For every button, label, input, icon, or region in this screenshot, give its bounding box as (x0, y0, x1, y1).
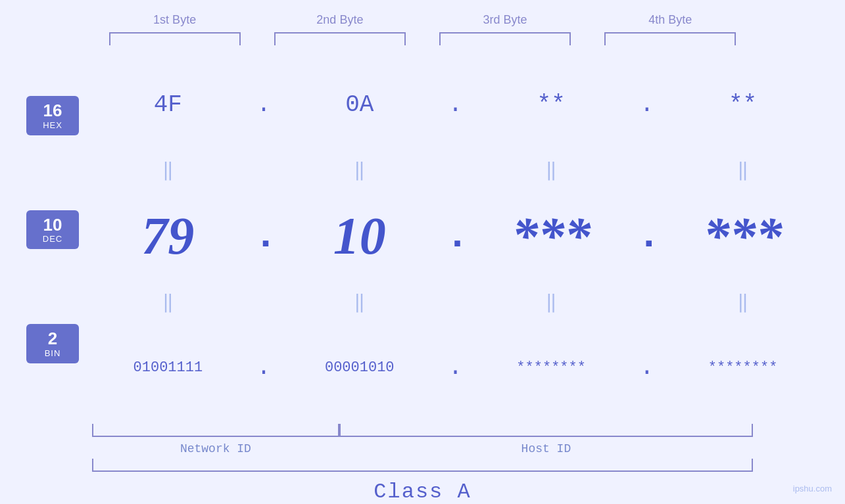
eq2-b2: ‖ (294, 291, 425, 313)
bin-number: 2 (34, 329, 71, 348)
hex-b3: ** (485, 91, 617, 118)
class-full-bracket (92, 459, 753, 472)
class-label-row: Class A (92, 480, 753, 504)
hex-label: HEX (34, 120, 71, 130)
bracket-network-id (92, 424, 339, 437)
dec-b4: *** (677, 206, 809, 266)
bin-dot2: . (445, 354, 465, 381)
equals-row-1: ‖ ‖ ‖ ‖ (92, 157, 819, 183)
eq1-b1: ‖ (102, 159, 233, 181)
content-area: 16 HEX 10 DEC 2 BIN 4F . 0A (0, 52, 845, 421)
equals-row-2: ‖ ‖ ‖ ‖ (92, 289, 819, 315)
watermark: ipshu.com (793, 484, 832, 493)
dec-dot3: . (637, 214, 657, 258)
bin-dot1: . (254, 354, 274, 381)
eq2-b4: ‖ (677, 291, 809, 313)
id-labels-row: Network ID Host ID (92, 442, 753, 455)
hex-dot1: . (254, 91, 274, 118)
dec-label: DEC (34, 234, 71, 244)
hex-b4: ** (677, 91, 809, 118)
host-id-label: Host ID (339, 442, 753, 455)
hex-dot3: . (637, 91, 657, 118)
bracket-top-1 (109, 32, 241, 45)
dec-badge: 10 DEC (26, 210, 79, 250)
dec-number: 10 (34, 216, 71, 235)
byte3-header: 3rd Byte (439, 13, 571, 27)
hex-number: 16 (34, 101, 71, 120)
bin-b2: 00001010 (294, 359, 425, 376)
byte2-header: 2nd Byte (274, 13, 406, 27)
bracket-top-2 (274, 32, 406, 45)
dec-dot1: . (254, 214, 274, 258)
hex-b2: 0A (294, 91, 425, 118)
byte1-header: 1st Byte (109, 13, 241, 27)
network-id-label: Network ID (92, 442, 339, 455)
bin-row: 01001111 . 00001010 . ******** . *******… (92, 315, 819, 421)
main-container: 1st Byte 2nd Byte 3rd Byte 4th Byte 16 H… (0, 0, 845, 504)
bin-b1: 01001111 (102, 359, 233, 376)
bottom-brackets-row (92, 424, 753, 437)
class-section: Class A (0, 459, 845, 504)
dec-dot2: . (445, 214, 465, 258)
top-brackets (0, 32, 845, 45)
eq1-b4: ‖ (677, 159, 809, 181)
dec-b1: 79 (102, 206, 233, 266)
left-labels: 16 HEX 10 DEC 2 BIN (0, 52, 92, 421)
bin-dot3: . (637, 354, 657, 381)
bin-badge: 2 BIN (26, 324, 79, 363)
bracket-top-4 (604, 32, 736, 45)
eq2-b3: ‖ (485, 291, 617, 313)
hex-dot2: . (445, 91, 465, 118)
eq2-b1: ‖ (102, 291, 233, 313)
bin-b4: ******** (677, 359, 809, 376)
eq1-b3: ‖ (485, 159, 617, 181)
byte4-header: 4th Byte (604, 13, 736, 27)
dec-b2: 10 (294, 206, 425, 266)
dec-row: 79 . 10 . *** . *** (92, 183, 819, 288)
hex-badge: 16 HEX (26, 96, 79, 135)
grid-area: 4F . 0A . ** . ** ‖ ‖ (92, 52, 845, 421)
bracket-top-3 (439, 32, 571, 45)
bin-b3: ******** (485, 359, 617, 376)
bracket-host-id (339, 424, 753, 437)
hex-row: 4F . 0A . ** . ** (92, 52, 819, 157)
byte-headers: 1st Byte 2nd Byte 3rd Byte 4th Byte (0, 13, 845, 27)
bin-label: BIN (34, 348, 71, 358)
eq1-b2: ‖ (294, 159, 425, 181)
bottom-section: Network ID Host ID (0, 424, 845, 455)
hex-b1: 4F (102, 91, 233, 118)
dec-b3: *** (485, 206, 617, 266)
class-label: Class A (374, 480, 471, 504)
